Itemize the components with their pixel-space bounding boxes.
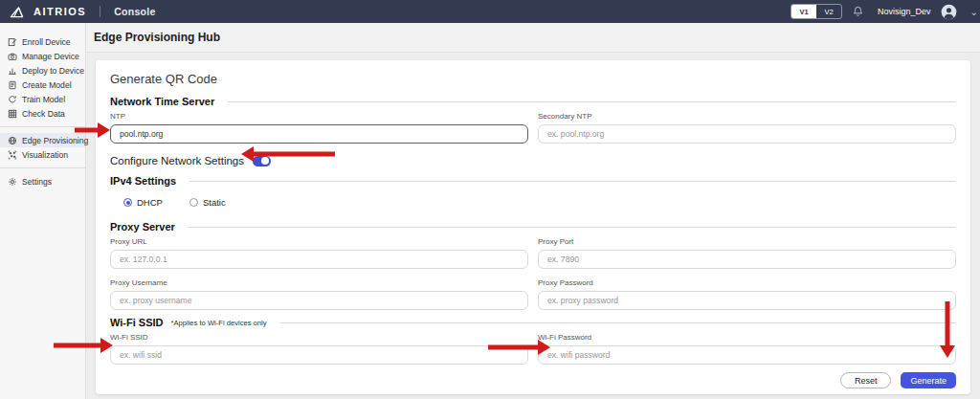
wifi-password-label: Wi-Fi Password	[538, 333, 956, 342]
proxy-password-label: Proxy Password	[538, 278, 956, 287]
section-title: Wi-Fi SSID	[110, 317, 164, 328]
sidebar-item-manage-device[interactable]: Manage Device	[0, 49, 85, 63]
check-data-icon	[8, 109, 18, 119]
secondary-ntp-field: Secondary NTP	[538, 112, 956, 144]
sidebar-item-label: Check Data	[22, 109, 65, 119]
proxy-port-label: Proxy Port	[538, 237, 956, 246]
sidebar-item-label: Settings	[22, 177, 52, 187]
create-model-icon	[8, 80, 18, 90]
page-title: Edge Provisioning Hub	[94, 31, 220, 44]
proxy-password-field: Proxy Password	[538, 278, 956, 310]
manage-device-icon	[8, 52, 18, 61]
section-divider	[228, 101, 956, 102]
top-header: AITRIOS Console V1 V2 Novisign_Dev ⌄	[0, 0, 980, 23]
generate-button[interactable]: Generate	[901, 372, 956, 388]
user-avatar[interactable]	[941, 4, 957, 20]
sidebar-item-train-model[interactable]: Train Model	[0, 92, 85, 106]
proxy-url-label: Proxy URL	[110, 237, 528, 246]
enroll-device-icon	[8, 37, 18, 47]
toggle-knob	[261, 157, 269, 165]
notification-bell-icon[interactable]	[852, 5, 864, 18]
proxy-username-input[interactable]	[110, 291, 528, 310]
ntp-field: NTP	[110, 112, 528, 144]
proxy-url-input[interactable]	[110, 250, 528, 269]
aitrios-logo-icon	[10, 6, 24, 18]
section-network-time-server: Network Time Server	[110, 96, 956, 107]
header-divider	[100, 6, 100, 17]
configure-network-label: Configure Network Settings	[110, 155, 244, 166]
radio-circle	[123, 198, 132, 207]
sidebar-item-edge-provisioning[interactable]: Edge Provisioning	[0, 133, 85, 147]
section-title: Proxy Server	[110, 221, 175, 233]
version-v2-button[interactable]: V2	[816, 5, 841, 18]
wifi-note: *Applies to Wi-Fi devices only	[171, 319, 267, 327]
sidebar-item-label: Manage Device	[22, 52, 79, 61]
secondary-ntp-input[interactable]	[538, 124, 956, 144]
wifi-password-field: Wi-Fi Password	[538, 333, 956, 365]
section-title: Network Time Server	[110, 96, 214, 107]
sidebar-item-label: Create Model	[22, 80, 72, 90]
proxy-port-input[interactable]	[538, 250, 956, 269]
wifi-ssid-field: Wi-Fi SSID	[110, 333, 528, 365]
settings-icon	[8, 177, 18, 187]
section-wifi-ssid: Wi-Fi SSID *Applies to Wi-Fi devices onl…	[110, 317, 956, 328]
app-name: Console	[114, 6, 156, 17]
proxy-username-label: Proxy Username	[110, 278, 528, 287]
section-proxy-server: Proxy Server	[110, 221, 956, 233]
ntp-label: NTP	[110, 112, 528, 121]
radio-static[interactable]: Static	[189, 197, 226, 208]
radio-circle	[189, 198, 198, 207]
brand-name: AITRIOS	[33, 6, 86, 17]
configure-network-toggle[interactable]	[253, 156, 271, 166]
sidebar-item-settings[interactable]: Settings	[0, 174, 85, 188]
sidebar-item-label: Enroll Device	[22, 37, 71, 47]
radio-dhcp[interactable]: DHCP	[123, 197, 163, 208]
train-model-icon	[8, 95, 18, 104]
visualization-icon	[8, 150, 18, 160]
section-divider	[189, 227, 956, 228]
sidebar-item-check-data[interactable]: Check Data	[0, 106, 85, 121]
secondary-ntp-label: Secondary NTP	[538, 112, 956, 121]
wifi-password-input[interactable]	[538, 345, 956, 365]
section-divider	[280, 322, 956, 323]
edge-provisioning-icon	[8, 136, 18, 145]
sidebar-divider	[0, 167, 85, 168]
sidebar-item-label: Edge Provisioning	[22, 136, 88, 145]
sidebar-item-enroll-device[interactable]: Enroll Device	[0, 34, 85, 49]
wifi-ssid-input[interactable]	[110, 345, 528, 365]
proxy-port-field: Proxy Port	[538, 237, 956, 269]
sidebar-item-deploy-to-device[interactable]: Deploy to Device	[0, 63, 85, 78]
section-title: IPv4 Settings	[110, 175, 176, 187]
user-name: Novisign_Dev	[878, 7, 931, 16]
deploy-to-device-icon	[8, 66, 18, 76]
sidebar-divider	[0, 126, 85, 127]
sidebar-item-label: Train Model	[22, 95, 65, 104]
version-v1-button[interactable]: V1	[791, 5, 816, 18]
wifi-ssid-label: Wi-Fi SSID	[110, 333, 528, 342]
sidebar-item-label: Visualization	[22, 150, 68, 160]
page-header-strip: Edge Provisioning Hub	[86, 23, 980, 53]
reset-button[interactable]: Reset	[840, 372, 892, 388]
section-divider	[189, 181, 956, 182]
sidebar-nav: Enroll DeviceManage DeviceDeploy to Devi…	[0, 23, 86, 399]
sidebar-item-create-model[interactable]: Create Model	[0, 78, 85, 92]
card-title: Generate QR Code	[110, 72, 956, 86]
main-content: Edge Provisioning Hub Generate QR Code N…	[86, 23, 980, 399]
section-ipv4-settings: IPv4 Settings	[110, 175, 956, 187]
generate-qr-card: Generate QR Code Network Time Server NTP…	[96, 60, 970, 394]
proxy-url-field: Proxy URL	[110, 237, 528, 269]
ntp-input[interactable]	[110, 124, 528, 144]
sidebar-item-label: Deploy to Device	[22, 66, 84, 76]
proxy-username-field: Proxy Username	[110, 278, 528, 310]
version-toggle: V1 V2	[791, 4, 842, 19]
sidebar-item-visualization[interactable]: Visualization	[0, 147, 85, 162]
chevron-down-icon[interactable]: ⌄	[970, 7, 978, 17]
proxy-password-input[interactable]	[538, 291, 956, 310]
